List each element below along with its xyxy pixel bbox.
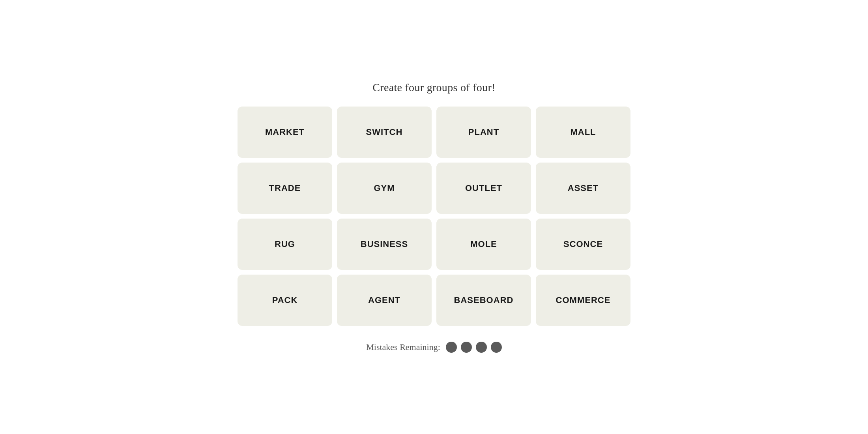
mistake-dot-3 xyxy=(476,342,487,353)
word-label-outlet: OUTLET xyxy=(465,183,502,193)
word-label-mall: MALL xyxy=(570,127,596,137)
word-card-pack[interactable]: PACK xyxy=(238,275,332,326)
word-label-agent: AGENT xyxy=(368,295,400,305)
word-grid: MARKETSWITCHPLANTMALLTRADEGYMOUTLETASSET… xyxy=(238,107,630,326)
word-card-switch[interactable]: SWITCH xyxy=(337,107,432,158)
mistakes-section: Mistakes Remaining: xyxy=(366,342,502,353)
word-card-asset[interactable]: ASSET xyxy=(536,163,630,214)
word-label-market: MARKET xyxy=(265,127,305,137)
word-label-plant: PLANT xyxy=(468,127,499,137)
word-label-baseboard: BASEBOARD xyxy=(454,295,514,305)
word-label-sconce: SCONCE xyxy=(563,239,603,249)
word-card-plant[interactable]: PLANT xyxy=(436,107,531,158)
word-label-switch: SWITCH xyxy=(366,127,403,137)
word-label-asset: ASSET xyxy=(568,183,599,193)
word-card-gym[interactable]: GYM xyxy=(337,163,432,214)
mistake-dot-2 xyxy=(461,342,472,353)
word-card-trade[interactable]: TRADE xyxy=(238,163,332,214)
mistake-dot-1 xyxy=(446,342,457,353)
word-label-gym: GYM xyxy=(374,183,395,193)
word-card-sconce[interactable]: SCONCE xyxy=(536,219,630,270)
word-card-agent[interactable]: AGENT xyxy=(337,275,432,326)
word-card-market[interactable]: MARKET xyxy=(238,107,332,158)
word-label-mole: MOLE xyxy=(470,239,497,249)
word-card-rug[interactable]: RUG xyxy=(238,219,332,270)
mistakes-label: Mistakes Remaining: xyxy=(366,342,440,352)
word-label-business: BUSINESS xyxy=(361,239,408,249)
word-card-baseboard[interactable]: BASEBOARD xyxy=(436,275,531,326)
word-label-rug: RUG xyxy=(275,239,295,249)
word-label-pack: PACK xyxy=(272,295,298,305)
game-container: Create four groups of four! MARKETSWITCH… xyxy=(0,81,868,353)
word-card-mall[interactable]: MALL xyxy=(536,107,630,158)
word-card-commerce[interactable]: COMMERCE xyxy=(536,275,630,326)
subtitle: Create four groups of four! xyxy=(372,81,495,94)
word-card-outlet[interactable]: OUTLET xyxy=(436,163,531,214)
word-label-commerce: COMMERCE xyxy=(556,295,611,305)
word-card-business[interactable]: BUSINESS xyxy=(337,219,432,270)
mistakes-dots xyxy=(446,342,502,353)
word-label-trade: TRADE xyxy=(269,183,301,193)
mistake-dot-4 xyxy=(491,342,502,353)
word-card-mole[interactable]: MOLE xyxy=(436,219,531,270)
